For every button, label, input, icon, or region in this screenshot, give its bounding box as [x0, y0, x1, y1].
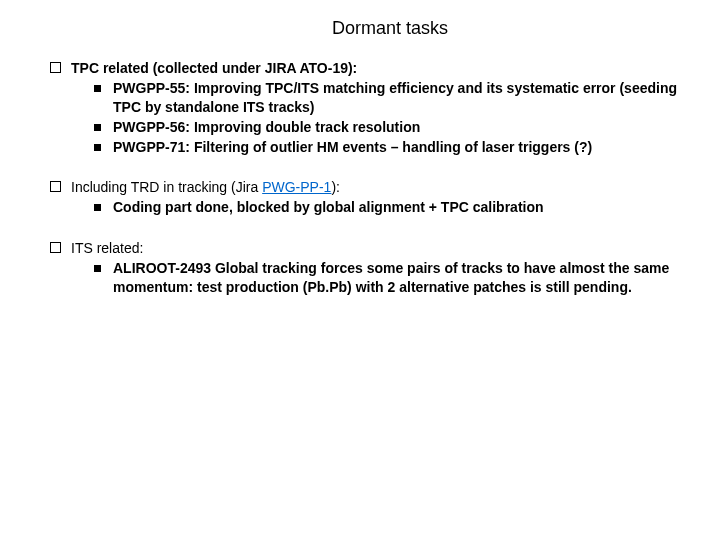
jira-link[interactable]: PWG-PP-1 — [262, 179, 331, 195]
list-item-text: Coding part done, blocked by global alig… — [113, 198, 684, 217]
section-trd: Including TRD in tracking (Jira PWG-PP-1… — [36, 178, 684, 217]
list-item-text: ALIROOT-2493 Global tracking forces some… — [113, 259, 684, 297]
section-its: ITS related: ALIROOT-2493 Global trackin… — [36, 239, 684, 297]
section-tpc: TPC related (collected under JIRA ATO-19… — [36, 59, 684, 156]
checkbox-bullet-icon — [50, 242, 61, 253]
checkbox-bullet-icon — [50, 181, 61, 192]
list-item: Including TRD in tracking (Jira PWG-PP-1… — [36, 178, 684, 197]
page-title: Dormant tasks — [96, 18, 684, 39]
checkbox-bullet-icon — [50, 62, 61, 73]
square-bullet-icon — [94, 124, 101, 131]
slide: Dormant tasks TPC related (collected und… — [0, 0, 720, 297]
list-item: PWGPP-71: Filtering of outlier HM events… — [36, 138, 684, 157]
list-item: TPC related (collected under JIRA ATO-19… — [36, 59, 684, 78]
section-heading: Including TRD in tracking (Jira PWG-PP-1… — [71, 178, 684, 197]
heading-text-pre: Including TRD in tracking (Jira — [71, 179, 262, 195]
list-item: ITS related: — [36, 239, 684, 258]
list-item-text: PWGPP-56: Improving double track resolut… — [113, 118, 684, 137]
list-item-text: PWGPP-55: Improving TPC/ITS matching eff… — [113, 79, 684, 117]
section-heading: ITS related: — [71, 239, 684, 258]
list-item-text: PWGPP-71: Filtering of outlier HM events… — [113, 138, 684, 157]
square-bullet-icon — [94, 204, 101, 211]
square-bullet-icon — [94, 85, 101, 92]
heading-text-post: ): — [331, 179, 340, 195]
list-item: PWGPP-56: Improving double track resolut… — [36, 118, 684, 137]
section-heading: TPC related (collected under JIRA ATO-19… — [71, 59, 684, 78]
list-item: Coding part done, blocked by global alig… — [36, 198, 684, 217]
list-item: PWGPP-55: Improving TPC/ITS matching eff… — [36, 79, 684, 117]
square-bullet-icon — [94, 144, 101, 151]
list-item: ALIROOT-2493 Global tracking forces some… — [36, 259, 684, 297]
square-bullet-icon — [94, 265, 101, 272]
